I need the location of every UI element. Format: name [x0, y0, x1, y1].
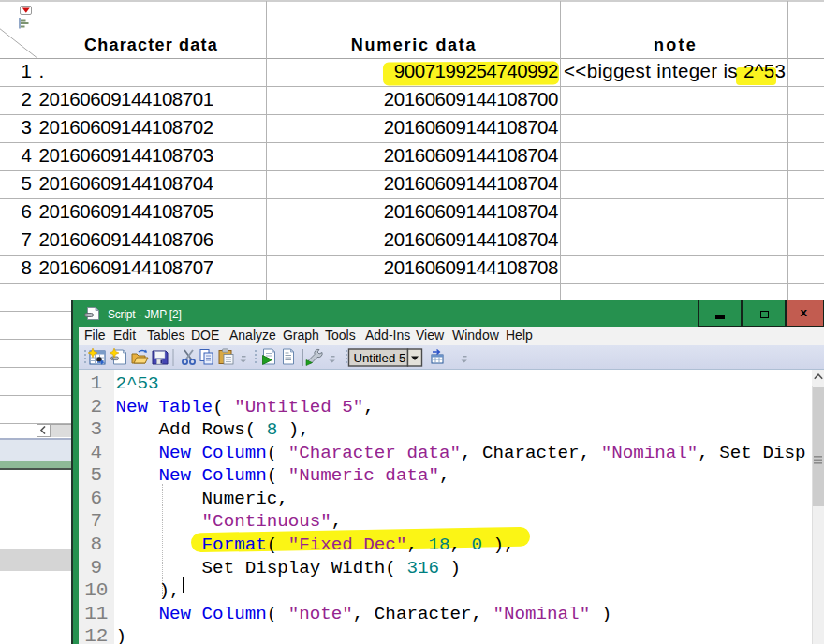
svg-text:Untitled 5: Untitled 5 — [353, 350, 405, 364]
